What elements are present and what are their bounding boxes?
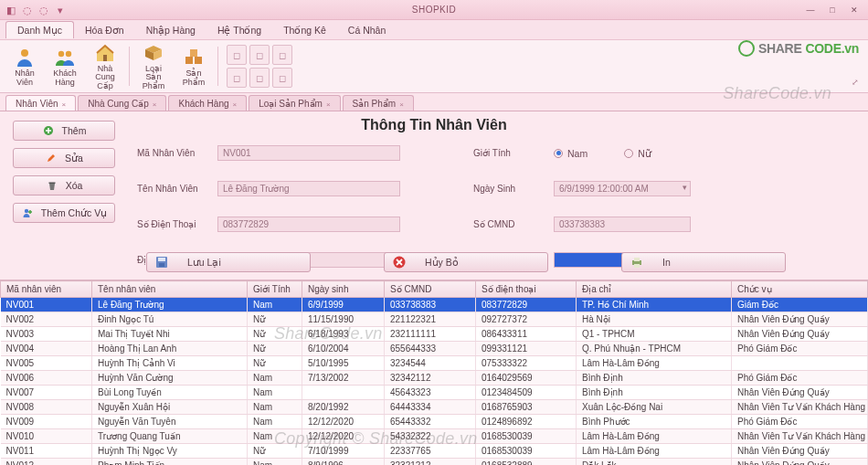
table-cell: 655644333: [385, 342, 476, 356]
table-cell: Nữ: [248, 356, 302, 371]
trash-icon: [46, 179, 58, 192]
table-cell: Nữ: [248, 312, 302, 327]
menu-item-2[interactable]: Nhập Hàng: [135, 22, 206, 38]
ribbon-toolbar: Nhân Viên Khách Hàng Nhà Cung Cấp Loại S…: [0, 40, 868, 93]
save-button[interactable]: Lưu Lại: [146, 252, 311, 272]
box-icon: [142, 42, 165, 64]
radio-male[interactable]: Nam: [554, 148, 587, 159]
minimize-icon[interactable]: —: [800, 4, 820, 16]
close-icon[interactable]: ✕: [844, 4, 864, 16]
column-header[interactable]: Số CMND: [385, 281, 476, 298]
doc-tab-4[interactable]: Sản Phẩm×: [343, 95, 414, 111]
table-cell: 6/9/1999: [302, 298, 385, 312]
table-cell: Nam: [248, 386, 302, 400]
menu-item-1[interactable]: Hóa Đơn: [74, 22, 135, 38]
role-icon: [21, 206, 34, 219]
table-row[interactable]: NV004Hoàng Thị Lan AnhNữ6/10/20046556443…: [1, 342, 868, 356]
input-sdt[interactable]: 083772829: [217, 217, 400, 232]
doc-tab-0[interactable]: Nhân Viên×: [5, 95, 76, 111]
ribbon-mini-btn[interactable]: ◻: [227, 68, 247, 88]
table-cell: 075333322: [476, 356, 577, 371]
table-cell: 0168532889: [476, 459, 577, 466]
column-header[interactable]: Giới Tính: [248, 281, 302, 298]
doc-tab-1[interactable]: Nhà Cung Cấp×: [78, 95, 166, 111]
column-header[interactable]: Tên nhân viên: [92, 281, 248, 298]
input-ngaysinh[interactable]: 6/9/1999 12:00:00 AM: [554, 181, 691, 196]
ribbon-mini-btn[interactable]: ◻: [249, 68, 270, 88]
ribbon-separator: [129, 47, 130, 86]
edit-button[interactable]: Sửa: [13, 148, 115, 168]
ribbon-nhanvien-button[interactable]: Nhân Viên: [5, 43, 44, 90]
menu-item-0[interactable]: Danh Mục: [5, 21, 74, 38]
qat-placeholder-2[interactable]: ◌: [37, 3, 51, 17]
ribbon-mini-btn[interactable]: ◻: [249, 45, 270, 65]
delete-button-label: Xóa: [66, 180, 83, 191]
ribbon-sanpham-button[interactable]: Sản Phẩm: [175, 43, 213, 90]
ribbon-nhacungcap-button[interactable]: Nhà Cung Cấp: [86, 43, 124, 90]
table-row[interactable]: NV005Huỳnh Thị Cảnh ViNữ5/10/19953234544…: [1, 356, 868, 371]
ribbon-mini-btn[interactable]: ◻: [272, 68, 292, 88]
qat-dropdown-icon[interactable]: ▾: [53, 3, 68, 17]
maximize-icon[interactable]: □: [822, 4, 842, 16]
input-ten[interactable]: Lê Đăng Trường: [217, 181, 400, 196]
boxes-icon: [182, 46, 206, 69]
doc-tab-3[interactable]: Loại Sản Phẩm×: [249, 95, 340, 111]
column-header[interactable]: Ngày sinh: [302, 281, 385, 298]
form-action-bar: Lưu Lại Hủy Bỏ In: [146, 252, 850, 272]
table-row[interactable]: NV001Lê Đăng TrườngNam6/9/19990337383830…: [1, 298, 868, 312]
document-tabs: Nhân Viên×Nhà Cung Cấp×Khách Hàng×Loại S…: [0, 93, 868, 111]
table-cell: Phạm Minh Tiến: [92, 459, 248, 466]
ribbon-mini-btn[interactable]: ◻: [227, 45, 247, 65]
qat-placeholder-1[interactable]: ◌: [20, 3, 35, 17]
svg-rect-4: [185, 57, 193, 64]
table-cell: NV010: [1, 429, 92, 444]
add-role-button[interactable]: Thêm Chức Vụ: [13, 203, 115, 223]
employee-grid[interactable]: Mã nhân viênTên nhân viênGiới TínhNgày s…: [0, 280, 868, 465]
menu-item-5[interactable]: Cá Nhân: [337, 22, 397, 38]
table-row[interactable]: NV010Trương Quang TuấnNam12/12/202054332…: [1, 429, 868, 444]
delete-button[interactable]: Xóa: [13, 175, 115, 196]
ribbon-khachhang-button[interactable]: Khách Hàng: [46, 43, 84, 90]
tab-close-icon[interactable]: ×: [399, 100, 404, 109]
radio-female[interactable]: Nữ: [624, 148, 651, 159]
table-cell: 65443332: [385, 415, 476, 429]
column-header[interactable]: Chức vụ: [732, 281, 868, 298]
table-row[interactable]: NV009Nguyễn Văn TuyênNam12/12/2020654433…: [1, 415, 868, 429]
column-header[interactable]: Mã nhân viên: [1, 281, 92, 298]
table-row[interactable]: NV003Mai Thị Tuyết NhiNữ6/18/19932321111…: [1, 327, 868, 342]
svg-point-1: [58, 50, 64, 56]
tab-close-icon[interactable]: ×: [233, 100, 238, 109]
side-button-group: Thêm Sửa Xóa Thêm Chức Vụ: [0, 111, 128, 280]
ribbon-loaisp-button[interactable]: Loại Sản Phẩm: [134, 43, 173, 90]
tab-close-icon[interactable]: ×: [153, 100, 157, 109]
ribbon-mini-btn[interactable]: ◻: [272, 45, 292, 65]
table-row[interactable]: NV012Phạm Minh TiếnNam8/9/19963232121201…: [1, 459, 868, 466]
ribbon-expand-icon[interactable]: ⤢: [852, 78, 864, 90]
cancel-button[interactable]: Hủy Bỏ: [384, 252, 548, 272]
input-ma[interactable]: NV001: [217, 145, 400, 161]
table-row[interactable]: NV002Đinh Ngọc TúNữ11/15/199022112232109…: [1, 312, 868, 327]
table-cell: Xuân Lộc-Đồng Nai: [577, 400, 732, 415]
tab-close-icon[interactable]: ×: [62, 100, 67, 109]
print-button[interactable]: In: [621, 252, 786, 272]
table-cell: 221122321: [385, 312, 476, 327]
table-row[interactable]: NV007Bùi Long TuyềnNam456433230123484509…: [1, 386, 868, 400]
table-row[interactable]: NV011Huỳnh Thị Ngọc VyNữ7/10/19992233776…: [1, 444, 868, 459]
table-cell: NV004: [1, 342, 92, 356]
table-row[interactable]: NV008Nguyễn Xuân HộiNam8/20/199264443334…: [1, 400, 868, 415]
menu-item-4[interactable]: Thống Kê: [272, 22, 337, 38]
doc-tab-2[interactable]: Khách Hàng×: [168, 95, 247, 111]
table-cell: 22337765: [385, 444, 476, 459]
input-cmnd[interactable]: 033738383: [554, 217, 691, 232]
column-header[interactable]: Số điện thoại: [476, 281, 577, 298]
qat-app-icon[interactable]: ◧: [4, 3, 18, 17]
menu-item-3[interactable]: Hệ Thống: [206, 22, 272, 38]
column-header[interactable]: Địa chỉ: [577, 281, 732, 298]
tab-close-icon[interactable]: ×: [326, 100, 331, 109]
table-row[interactable]: NV006Huỳnh Văn CườngNam7/13/200232342112…: [1, 371, 868, 386]
svg-point-9: [25, 209, 28, 213]
table-cell: Nam: [248, 429, 302, 444]
table-cell: Đinh Ngọc Tú: [92, 312, 248, 327]
page-title: Thông Tin Nhân Viên: [0, 117, 868, 133]
table-cell: NV002: [1, 312, 92, 327]
